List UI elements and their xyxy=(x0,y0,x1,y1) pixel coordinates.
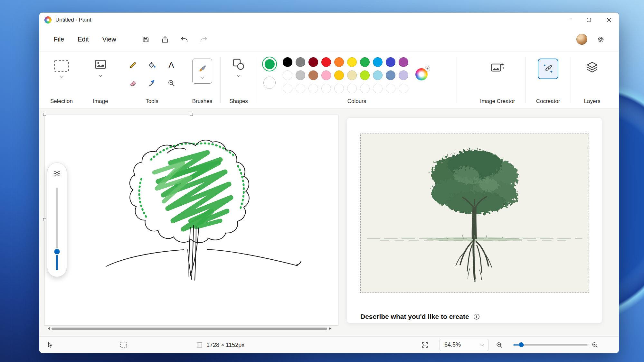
eyedropper-tool[interactable] xyxy=(144,76,160,90)
layers-section[interactable]: Layers xyxy=(571,54,613,108)
canvas-size-indicator: 1728 × 1152px xyxy=(196,341,244,348)
save-icon xyxy=(142,35,150,43)
empty-colour-slot[interactable] xyxy=(347,84,357,93)
pencil-tool[interactable] xyxy=(125,58,140,72)
eraser-tool[interactable] xyxy=(125,76,140,90)
empty-colour-slot[interactable] xyxy=(360,84,370,93)
horizontal-scrollbar[interactable] xyxy=(48,327,331,330)
undo-button[interactable] xyxy=(177,32,192,47)
empty-colour-slot[interactable] xyxy=(334,84,344,93)
canvas-resize-handle-left-middle[interactable] xyxy=(43,218,46,221)
colour-swatch[interactable] xyxy=(399,57,408,67)
maximize-button[interactable] xyxy=(579,13,599,27)
settings-button[interactable] xyxy=(593,32,608,47)
colour-swatch[interactable] xyxy=(296,70,305,80)
generated-image xyxy=(361,134,589,292)
drawing-canvas[interactable] xyxy=(45,115,338,325)
workspace: Describe what you'd like to create xyxy=(39,108,619,336)
cocreator-button[interactable] xyxy=(538,59,558,79)
info-icon[interactable] xyxy=(473,313,480,320)
colour-swatch[interactable] xyxy=(386,70,395,80)
canvas-size-value: 1728 × 1152px xyxy=(206,341,244,348)
edit-colours-button[interactable]: + xyxy=(415,68,428,80)
colour-swatch[interactable] xyxy=(321,70,331,80)
canvas-resize-handle-top-center[interactable] xyxy=(190,113,193,116)
image-creator-section[interactable]: Image Creator xyxy=(470,54,525,108)
brushes-button[interactable] xyxy=(192,59,212,84)
slider-fill xyxy=(56,252,58,270)
menu-view[interactable]: View xyxy=(96,33,123,46)
menu-edit[interactable]: Edit xyxy=(71,33,95,46)
zoom-select[interactable]: 64.5% xyxy=(440,339,488,351)
shapes-section[interactable]: Shapes xyxy=(221,51,257,108)
zoom-slider[interactable] xyxy=(513,344,588,345)
chevron-down-icon xyxy=(480,342,484,346)
zoom-out-button[interactable] xyxy=(496,341,503,348)
cursor-position-indicator xyxy=(46,341,54,348)
empty-colour-slot[interactable] xyxy=(308,84,318,93)
scrollbar-thumb[interactable] xyxy=(52,328,327,330)
colour-swatch[interactable] xyxy=(360,70,370,80)
shapes-label: Shapes xyxy=(229,98,248,105)
empty-colour-slot[interactable] xyxy=(399,84,408,93)
canvas-resize-handle-top-left[interactable] xyxy=(43,113,46,116)
share-icon xyxy=(161,35,169,43)
chevron-down-icon[interactable] xyxy=(99,73,102,77)
window-controls xyxy=(559,13,619,27)
pointer-icon xyxy=(46,341,54,348)
tools-grid: A xyxy=(125,58,179,90)
paint-logo-icon xyxy=(44,16,52,23)
colours-section: + Colours xyxy=(257,51,457,108)
add-colour-icon: + xyxy=(425,66,430,71)
empty-colour-slot[interactable] xyxy=(373,84,383,93)
scroll-left-arrow[interactable] xyxy=(48,327,50,330)
fill-tool[interactable] xyxy=(144,58,160,72)
scroll-right-arrow[interactable] xyxy=(329,327,331,330)
colour-swatch[interactable] xyxy=(321,57,331,67)
empty-colour-slot[interactable] xyxy=(386,84,395,93)
colour-swatch[interactable] xyxy=(334,70,344,80)
prompt-heading: Describe what you'd like to create xyxy=(360,313,469,320)
colour-swatch[interactable] xyxy=(373,57,383,67)
paint-window: Untitled - Paint File Edit View xyxy=(39,13,619,353)
colour-swatch[interactable] xyxy=(347,70,357,80)
minimize-button[interactable] xyxy=(559,13,579,27)
selected-colour[interactable] xyxy=(262,57,277,71)
colour-swatch[interactable] xyxy=(360,57,370,67)
zoom-slider-thumb[interactable] xyxy=(519,342,524,347)
colour-swatch[interactable] xyxy=(386,57,395,67)
menu-file[interactable]: File xyxy=(47,33,71,46)
empty-colour-slot[interactable] xyxy=(321,84,331,93)
account-avatar[interactable] xyxy=(576,34,587,45)
colour-swatch[interactable] xyxy=(296,57,305,67)
magnifier-tool[interactable] xyxy=(164,76,179,90)
colour-swatch[interactable] xyxy=(308,57,318,67)
slider-thumb[interactable] xyxy=(54,249,60,255)
empty-colour-slot[interactable] xyxy=(283,84,292,93)
save-button[interactable] xyxy=(138,32,153,47)
chevron-down-icon[interactable] xyxy=(60,74,63,78)
close-button[interactable] xyxy=(599,13,619,27)
redo-button[interactable] xyxy=(196,32,211,47)
thickness-slider[interactable] xyxy=(47,162,67,277)
fit-screen-button[interactable] xyxy=(421,341,429,348)
colour-swatch[interactable] xyxy=(308,70,318,80)
colour-swatch[interactable] xyxy=(373,70,383,80)
image-creator-icon xyxy=(490,60,505,75)
eraser-icon xyxy=(128,79,137,88)
empty-colour-slot[interactable] xyxy=(296,84,305,93)
text-tool[interactable]: A xyxy=(164,58,179,72)
image-section[interactable]: Image xyxy=(81,51,120,108)
colour-swatch[interactable] xyxy=(347,57,357,67)
colour-swatch[interactable] xyxy=(283,70,292,80)
colour-swatch[interactable] xyxy=(283,57,292,67)
secondary-colour[interactable] xyxy=(263,77,276,89)
generated-image-preview[interactable] xyxy=(360,134,589,293)
zoom-in-button[interactable] xyxy=(591,341,599,348)
selection-section[interactable]: Selection xyxy=(42,51,81,108)
colour-swatch[interactable] xyxy=(334,57,344,67)
colour-swatch[interactable] xyxy=(399,70,408,80)
share-button[interactable] xyxy=(158,32,173,47)
title-bar[interactable]: Untitled - Paint xyxy=(39,13,619,27)
chevron-down-icon[interactable] xyxy=(237,73,240,77)
